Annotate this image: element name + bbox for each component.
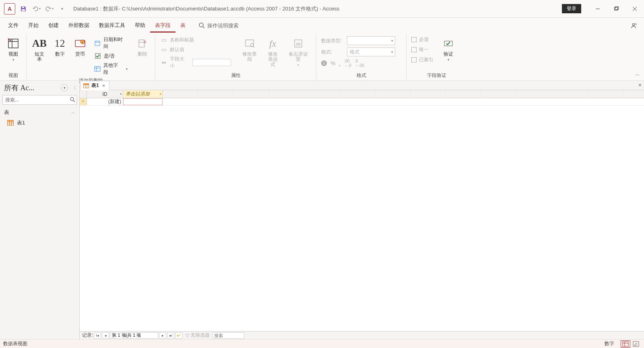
chevron-up-icon: ︿ [71,110,75,115]
maximize-button[interactable] [607,0,625,18]
navpane-collapse[interactable]: 〈 [70,85,77,91]
cell-id-new[interactable]: (新建) [87,98,123,105]
svg-rect-21 [95,66,100,71]
unique-checkbox: 唯一 [410,46,435,54]
calendar-icon [94,39,101,47]
column-id[interactable]: ID▾ [87,90,123,98]
tab-dbtools[interactable]: 数据库工具 [94,19,130,33]
group-format-label: 格式 [320,71,403,79]
tab-home[interactable]: 开始 [23,19,43,33]
minimize-button[interactable] [588,0,607,18]
close-document-button[interactable]: × [638,82,642,88]
modify-lookup-button: 修改查阅 [237,35,262,63]
format-label: 格式: [321,49,345,56]
delete-icon [137,36,148,51]
tab-file[interactable]: 文件 [3,19,23,33]
nav-group-tables[interactable]: 表 ︿ [0,107,79,118]
tell-me-placeholder: 操作说明搜索 [207,22,239,29]
currency-button[interactable]: ¥ 货币 [71,35,89,58]
status-numlock: 数字 [605,340,614,347]
indexed-checkbox: 已索引 [410,56,435,64]
column-click-to-add[interactable]: 单击以添加▾ [123,90,163,98]
default-icon: ▭ [160,46,167,53]
tab-create[interactable]: 创建 [43,19,64,33]
group-validation-label: 字段验证 [410,71,464,79]
datasheet-view-icon [7,36,19,51]
record-position[interactable] [110,332,158,339]
memo-settings-button: ab 备忘录设置▾ [284,35,313,68]
dropdown-icon[interactable]: ▾ [159,92,161,96]
more-fields-button[interactable]: 其他字段▾ [93,61,129,77]
svg-rect-4 [615,6,619,9]
undo-button[interactable]: ▾ [31,3,42,14]
tab-fields[interactable]: 表字段 [150,19,175,33]
svg-rect-18 [95,41,100,46]
nav-search-input[interactable] [2,95,77,105]
validation-button[interactable]: 验证▾ [439,35,458,63]
active-cell[interactable] [123,98,163,105]
last-record-button[interactable]: ▸I [167,332,174,339]
prev-record-button[interactable]: ◂ [102,332,109,339]
svg-rect-43 [84,83,89,85]
svg-rect-37 [8,120,14,122]
search-icon[interactable] [70,97,75,104]
collapse-ribbon-button[interactable]: ︿ [635,71,640,78]
share-button[interactable] [629,21,638,31]
row-selector[interactable]: * [80,98,87,105]
table-icon [7,120,14,126]
svg-rect-20 [95,54,100,58]
tab-table[interactable]: 表 [175,19,190,33]
table-icon [83,83,89,88]
app-icon: A [4,3,15,14]
filter-icon: ▽ [186,333,189,338]
tag-icon: ▭ [160,36,167,44]
svg-line-8 [203,27,204,28]
table-icon [94,65,101,72]
decrease-decimal-icon: .0→.00 [355,59,364,68]
number-button[interactable]: 12 数字 [51,35,69,58]
svg-rect-3 [615,7,618,10]
select-all-rows[interactable] [80,90,87,98]
datasheet-view-toggle[interactable] [621,340,630,348]
window-title: Database1 : 数据库- C:\Users\Administrator\… [73,5,339,12]
login-button[interactable]: 登录 [562,4,581,13]
svg-point-9 [633,24,635,26]
no-filter-indicator: ▽无筛选器 [186,332,210,339]
delete-field-button: 删除 [133,35,152,58]
close-button[interactable] [625,0,644,18]
status-view-mode: 数据表视图 [3,340,605,347]
nav-item-table1[interactable]: 表1 [0,118,79,128]
view-button[interactable]: 视图▾ [4,35,23,63]
svg-line-35 [73,100,75,102]
navpane-dropdown[interactable]: ▾ [61,84,68,91]
nav-item-label: 表1 [17,119,25,126]
record-search[interactable] [212,332,244,339]
svg-rect-1 [22,7,24,8]
datetime-button[interactable]: 日期和时间 [93,35,129,51]
redo-button[interactable]: ▾ [43,3,55,14]
short-text-button[interactable]: AB 短文本 [30,35,49,63]
svg-rect-0 [22,9,25,11]
yesno-button[interactable]: 是/否 [93,52,129,60]
column-dropdown-icon[interactable]: ▾ [120,92,122,96]
design-view-toggle[interactable] [631,340,641,348]
tab-external[interactable]: 外部数据 [64,19,94,33]
save-button[interactable] [18,3,29,14]
group-view-label: 视图 [3,71,23,79]
tell-me-search[interactable]: 操作说明搜索 [198,22,239,30]
tab-help[interactable]: 帮助 [130,19,150,33]
first-record-button[interactable]: I◂ [94,332,101,339]
next-record-button[interactable]: ▸ [159,332,166,339]
close-tab-button[interactable]: × [101,83,106,89]
percent-format-icon: % [330,60,335,66]
increase-decimal-icon: .00→.0 [344,59,351,68]
qat-customize[interactable]: ▾ [56,3,68,14]
validation-icon [443,36,454,51]
field-size-button: ⇔字段大小 [159,55,233,70]
view-label: 视图 [8,51,18,57]
number-icon: 12 [55,36,65,51]
new-record-row[interactable]: * (新建) [80,98,644,106]
new-record-button[interactable]: ▸* [175,332,182,339]
svg-point-7 [199,23,203,27]
doc-tab-table1[interactable]: 表1 × [80,81,109,90]
